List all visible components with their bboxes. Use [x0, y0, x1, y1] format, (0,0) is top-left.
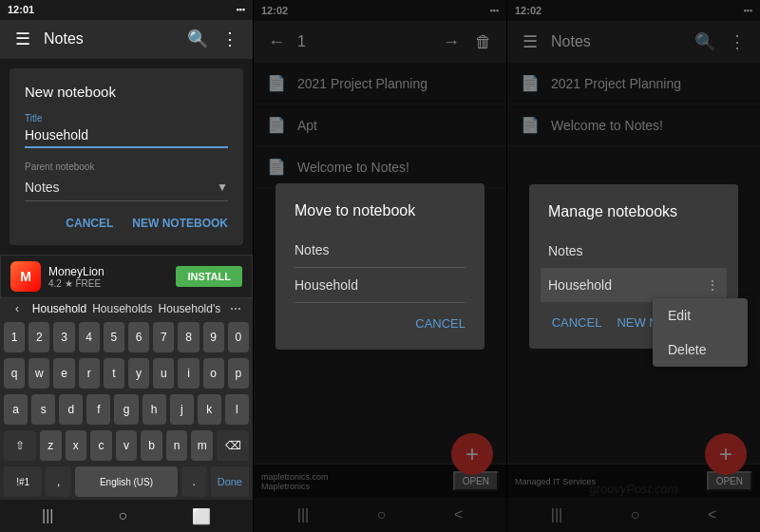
cancel-button-3[interactable]: CANCEL	[552, 315, 602, 330]
status-bar-1: 12:01 ▪▪▪	[0, 0, 253, 20]
context-dropdown-3: Edit Delete	[653, 298, 748, 367]
key-6[interactable]: 6	[128, 322, 149, 352]
key-0[interactable]: 0	[228, 322, 249, 352]
key-p[interactable]: p	[228, 358, 249, 389]
title-input-1[interactable]	[25, 125, 228, 148]
panel-2: 12:02 ▪▪▪ ← 1 → 🗑 📄 2021 Project Plannin…	[254, 0, 507, 532]
ad-banner-1: M MoneyLion 4.2 ★ FREE INSTALL	[0, 255, 253, 298]
key-x[interactable]: x	[66, 430, 87, 461]
title-label-1: Title	[25, 113, 228, 124]
manage-notebooks-overlay-3: Manage notebooks Notes Household ⋮ CANCE…	[507, 0, 760, 532]
key-comma[interactable]: ,	[46, 466, 71, 497]
key-f[interactable]: f	[86, 394, 110, 425]
key-y[interactable]: y	[128, 358, 149, 389]
key-l[interactable]: l	[225, 394, 249, 425]
notebook-item-notes-3[interactable]: Notes	[548, 234, 719, 268]
panel-3: 12:02 ▪▪▪ ☰ Notes 🔍 ⋮ 📄 2021 Project Pla…	[507, 0, 760, 532]
key-4[interactable]: 4	[79, 322, 100, 352]
key-1[interactable]: 1	[4, 322, 25, 352]
parent-value-1: Notes	[25, 180, 60, 195]
dialog-actions-1: CANCEL NEW NOTEBOOK	[25, 217, 228, 230]
new-notebook-button-1[interactable]: NEW NOTEBOOK	[132, 217, 228, 230]
keyboard-row-numbers: 1 2 3 4 5 6 7 8 9 0	[0, 319, 253, 355]
key-u[interactable]: u	[153, 358, 174, 389]
keyboard-row-qwerty: q w e r t y u i o p	[0, 355, 253, 391]
key-r[interactable]: r	[79, 358, 100, 389]
ad-info-1: MoneyLion 4.2 ★ FREE	[48, 265, 168, 289]
ad-rating-1: 4.2 ★ FREE	[48, 278, 168, 289]
suggestion-back-icon[interactable]: ‹	[8, 302, 27, 315]
key-symbols[interactable]: !#1	[4, 466, 42, 497]
suggestion-2[interactable]: Households	[92, 302, 152, 315]
parent-select-1[interactable]: Notes ▼	[25, 174, 228, 201]
delete-button-3[interactable]: Delete	[653, 332, 748, 367]
keyboard-row-zxc: ⇧ z x c v b n m ⌫	[0, 428, 253, 464]
key-v[interactable]: v	[116, 430, 138, 461]
notebook-item-household-2[interactable]: Household	[294, 268, 466, 303]
notebook-more-icon-3[interactable]: ⋮	[706, 277, 719, 293]
cancel-button-1[interactable]: CANCEL	[66, 217, 113, 230]
status-icons-1: ▪▪▪	[236, 5, 245, 14]
key-backspace[interactable]: ⌫	[217, 430, 249, 461]
menu-icon-1[interactable]: ☰	[11, 28, 34, 49]
notebook-item-household-3[interactable]: Household ⋮	[541, 268, 727, 302]
key-a[interactable]: a	[4, 394, 28, 425]
new-notebook-dialog: New notebook Title Parent notebook Notes…	[10, 68, 243, 245]
key-t[interactable]: t	[104, 358, 124, 389]
suggestion-1[interactable]: Household	[32, 302, 86, 315]
manage-notebooks-dialog-3: Manage notebooks Notes Household ⋮ CANCE…	[529, 184, 738, 349]
panel-1: 12:01 ▪▪▪ ☰ Notes 🔍 ⋮ New notebook Title…	[0, 0, 254, 532]
notebook-item-notes-2[interactable]: Notes	[294, 233, 466, 268]
battery-icon-1: ▪▪▪	[236, 5, 245, 14]
key-d[interactable]: d	[59, 394, 83, 425]
ad-install-button-1[interactable]: INSTALL	[176, 266, 242, 287]
ad-icon-1: M	[10, 261, 41, 292]
key-o[interactable]: o	[203, 358, 224, 389]
nav-home-icon-1[interactable]: ○	[118, 507, 127, 524]
key-9[interactable]: 9	[203, 322, 224, 352]
keyboard-1: ‹ Household Households Household's ⋯ 1 2…	[0, 298, 253, 500]
key-5[interactable]: 5	[104, 322, 124, 352]
key-n[interactable]: n	[166, 430, 188, 461]
key-shift[interactable]: ⇧	[4, 430, 36, 461]
nav-apps-icon-1[interactable]: ⬜	[192, 507, 211, 525]
key-w[interactable]: w	[28, 358, 49, 389]
app-title-1: Notes	[44, 30, 177, 48]
suggestion-3[interactable]: Household's	[159, 302, 221, 315]
key-h[interactable]: h	[142, 394, 166, 425]
keyboard-row-bottom: !#1 , English (US) . Done	[0, 464, 253, 500]
key-c[interactable]: c	[90, 430, 112, 461]
key-q[interactable]: q	[4, 358, 25, 389]
key-j[interactable]: j	[170, 394, 194, 425]
key-space[interactable]: English (US)	[75, 466, 178, 497]
ad-name-1: MoneyLion	[48, 265, 168, 278]
key-7[interactable]: 7	[153, 322, 174, 352]
suggestion-more-icon[interactable]: ⋯	[226, 302, 245, 315]
key-m[interactable]: m	[191, 430, 213, 461]
key-8[interactable]: 8	[178, 322, 199, 352]
search-icon-1[interactable]: 🔍	[186, 28, 209, 49]
keyboard-suggestions-1: ‹ Household Households Household's ⋯	[0, 298, 253, 319]
key-g[interactable]: g	[114, 394, 138, 425]
more-icon-1[interactable]: ⋮	[218, 28, 241, 49]
dialog-title-1: New notebook	[25, 84, 228, 100]
key-b[interactable]: b	[141, 430, 162, 461]
notebook-notes-label-3: Notes	[548, 243, 583, 258]
key-z[interactable]: z	[40, 430, 62, 461]
key-s[interactable]: s	[31, 394, 55, 425]
manage-dialog-title-3: Manage notebooks	[548, 203, 719, 220]
key-k[interactable]: k	[198, 394, 221, 425]
key-done[interactable]: Done	[211, 466, 249, 497]
nav-recent-icon-1[interactable]: |||	[42, 507, 53, 524]
key-period[interactable]: .	[181, 466, 207, 497]
key-3[interactable]: 3	[53, 322, 74, 352]
cancel-button-2[interactable]: CANCEL	[415, 316, 466, 331]
key-e[interactable]: e	[53, 358, 74, 389]
chevron-down-icon-1: ▼	[217, 180, 228, 194]
keyboard-row-asdf: a s d f g h j k l	[0, 391, 253, 428]
key-i[interactable]: i	[178, 358, 199, 389]
move-dialog-actions-2: CANCEL	[294, 316, 466, 331]
move-notebook-overlay-2: Move to notebook Notes Household CANCEL	[254, 0, 506, 532]
edit-button-3[interactable]: Edit	[653, 298, 748, 332]
key-2[interactable]: 2	[28, 322, 49, 352]
